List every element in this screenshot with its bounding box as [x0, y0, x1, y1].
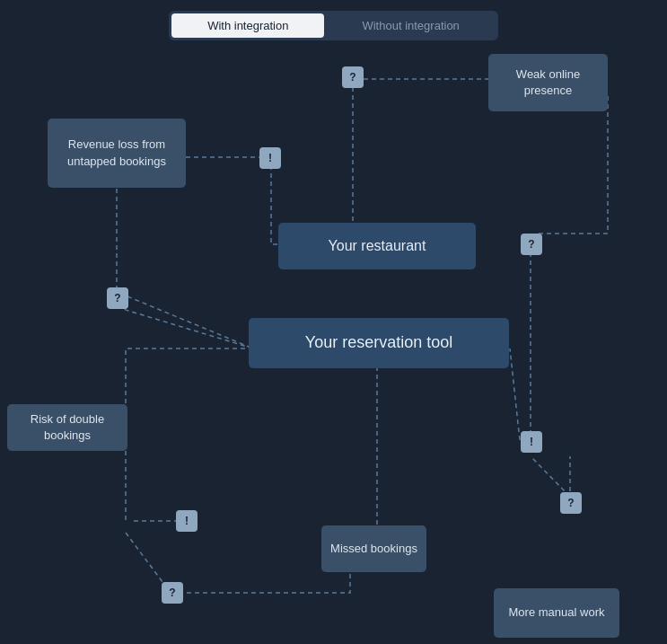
- reservation-tool-box: Your reservation tool: [249, 318, 509, 368]
- badge-exclaim-right: !: [521, 431, 542, 453]
- badge-exclaim-revenue: !: [259, 147, 281, 169]
- badge-exclaim-lower-left: !: [176, 510, 197, 532]
- tab-with-integration[interactable]: With integration: [171, 13, 324, 38]
- revenue-loss-box: Revenue loss from untapped bookings: [48, 119, 186, 188]
- badge-q-right: ?: [521, 234, 542, 255]
- restaurant-box: Your restaurant: [278, 223, 476, 269]
- badge-q-manual: ?: [560, 492, 582, 514]
- more-manual-box: More manual work: [494, 588, 619, 638]
- badge-q-lower-left: ?: [162, 582, 183, 604]
- tab-without-integration[interactable]: Without integration: [326, 13, 495, 38]
- tab-container: With integration Without integration: [169, 11, 498, 40]
- weak-online-box: Weak online presence: [488, 54, 608, 111]
- diagram: Your restaurant Your reservation tool Re…: [0, 0, 667, 644]
- badge-q-left-mid: ?: [107, 287, 128, 309]
- badge-q-top: ?: [342, 66, 364, 88]
- risk-double-box: Risk of double bookings: [7, 404, 127, 451]
- missed-bookings-box: Missed bookings: [321, 525, 426, 572]
- tab-bar: With integration Without integration: [0, 0, 667, 48]
